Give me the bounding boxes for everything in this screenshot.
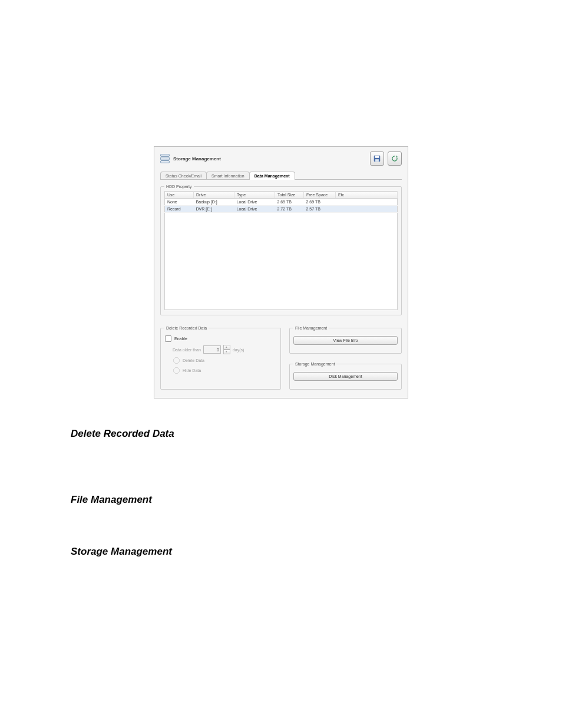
storage-management-legend: Storage Management — [293, 362, 336, 366]
body-text: Click the 'Disk Management' button to ac… — [71, 564, 491, 584]
cell-drive: DVR [E:] — [194, 206, 234, 213]
view-file-info-button[interactable]: View File Info — [293, 336, 398, 345]
cell-use: Record — [165, 206, 194, 213]
enable-label: Enable — [174, 337, 187, 341]
window-title: Storage Management — [173, 156, 370, 162]
spinner-up[interactable]: ▴ — [223, 345, 230, 350]
hdd-property-legend: HDD Property — [164, 185, 194, 189]
tab-smart-information[interactable]: Smart Information — [206, 172, 250, 180]
days-input[interactable] — [203, 345, 221, 354]
body-text: Hide Data - The software will hide all d… — [71, 470, 491, 480]
days-suffix: day(s) — [233, 348, 244, 352]
col-use[interactable]: Use — [165, 192, 194, 199]
storage-management-window: Storage Management Statu — [154, 146, 408, 398]
cell-use: None — [165, 199, 194, 206]
hdd-table[interactable]: Use Drive Type Total Size Free Space Etc… — [164, 191, 398, 310]
body-text: Delete Data - The software will delete a… — [71, 458, 491, 468]
storage-icon — [160, 154, 170, 163]
delete-group-legend: Delete Recorded Data — [164, 326, 209, 330]
col-free-space[interactable]: Free Space — [304, 192, 336, 199]
save-icon — [373, 154, 381, 163]
col-etc[interactable]: Etc — [336, 192, 398, 199]
cell-etc — [336, 206, 398, 213]
file-management-legend: File Management — [293, 326, 329, 330]
delete-data-label: Delete Data — [183, 358, 204, 363]
table-row[interactable]: Record DVR [E:] Local Drive 2.72 TB 2.57… — [165, 206, 398, 213]
cell-type: Local Drive — [234, 206, 275, 213]
refresh-icon — [391, 154, 399, 163]
cell-total: 2.69 TB — [275, 199, 304, 206]
cell-drive: Backup [D:] — [194, 199, 234, 206]
cell-free: 2.57 TB — [304, 206, 336, 213]
svg-rect-1 — [375, 156, 379, 158]
body-text: Check the 'Enable' checkbox to allow the… — [71, 446, 491, 456]
col-type[interactable]: Type — [234, 192, 275, 199]
cell-free: 2.69 TB — [304, 199, 336, 206]
window-header: Storage Management — [160, 151, 402, 166]
spinner-down[interactable]: ▾ — [223, 350, 230, 354]
hide-data-radio[interactable] — [173, 367, 180, 374]
storage-management-group: Storage Management Disk Management — [289, 362, 402, 390]
tab-bar: Status Check/Email Smart Information Dat… — [160, 172, 402, 180]
delete-data-radio[interactable] — [173, 357, 180, 364]
svg-rect-2 — [375, 159, 379, 162]
hdd-property-group: HDD Property Use Drive Type Total Size F… — [160, 185, 402, 315]
section-heading-delete: Delete Recorded Data — [71, 428, 491, 440]
table-empty-space — [165, 213, 398, 310]
col-total-size[interactable]: Total Size — [275, 192, 304, 199]
delete-recorded-data-group: Delete Recorded Data Enable Data older t… — [160, 326, 281, 390]
enable-checkbox[interactable] — [165, 335, 171, 342]
section-heading-file: File Management — [71, 494, 491, 506]
section-heading-storage: Storage Management — [71, 546, 491, 558]
cell-etc — [336, 199, 398, 206]
tab-status-check[interactable]: Status Check/Email — [160, 172, 207, 180]
body-text: Click the 'View File Info' button to ope… — [71, 512, 491, 532]
disk-management-button[interactable]: Disk Management — [293, 372, 398, 381]
data-older-than-label: Data older than — [173, 348, 201, 352]
cell-total: 2.72 TB — [275, 206, 304, 213]
hide-data-label: Hide Data — [183, 368, 201, 373]
file-management-group: File Management View File Info — [289, 326, 402, 354]
save-button[interactable] — [370, 151, 384, 166]
table-row[interactable]: None Backup [D:] Local Drive 2.69 TB 2.6… — [165, 199, 398, 206]
document-page: Storage Management Statu — [0, 0, 562, 621]
cell-type: Local Drive — [234, 199, 275, 206]
refresh-button[interactable] — [388, 151, 402, 166]
page-number: 85 — [484, 697, 491, 704]
col-drive[interactable]: Drive — [194, 192, 234, 199]
tab-data-management[interactable]: Data Management — [249, 172, 295, 180]
